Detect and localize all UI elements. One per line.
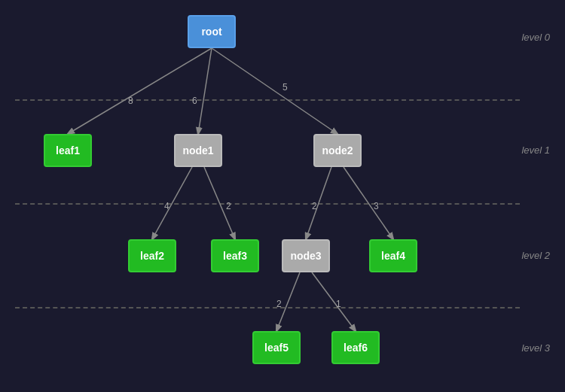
- node-node1[interactable]: node1: [174, 134, 222, 167]
- node-leaf1[interactable]: leaf1: [44, 134, 92, 167]
- level-1-label: level 1: [521, 144, 550, 156]
- svg-line-3: [198, 48, 212, 134]
- level-separator-2: [15, 203, 520, 205]
- node-leaf3[interactable]: leaf3: [211, 239, 259, 272]
- node-leaf6[interactable]: leaf6: [331, 331, 380, 364]
- node-node2[interactable]: node2: [313, 134, 362, 167]
- node-leaf2[interactable]: leaf2: [128, 239, 176, 272]
- node-leaf4[interactable]: leaf4: [369, 239, 417, 272]
- svg-line-5: [212, 48, 337, 134]
- level-3-label: level 3: [521, 342, 550, 354]
- node-leaf5[interactable]: leaf5: [252, 331, 301, 364]
- node-root[interactable]: root: [188, 15, 236, 48]
- svg-line-15: [276, 272, 300, 331]
- level-separator-1: [15, 99, 520, 101]
- svg-text:5: 5: [282, 82, 288, 93]
- level-separator-3: [15, 307, 520, 308]
- svg-text:8: 8: [128, 96, 133, 106]
- svg-line-17: [312, 272, 356, 331]
- node-node3[interactable]: node3: [282, 239, 330, 272]
- level-0-label: level 0: [521, 32, 550, 43]
- tree-container: level 0 level 1 level 2 level 3 8 6 5 4 …: [0, 0, 565, 392]
- svg-line-1: [68, 48, 212, 134]
- level-2-label: level 2: [521, 250, 550, 261]
- svg-text:6: 6: [192, 96, 197, 106]
